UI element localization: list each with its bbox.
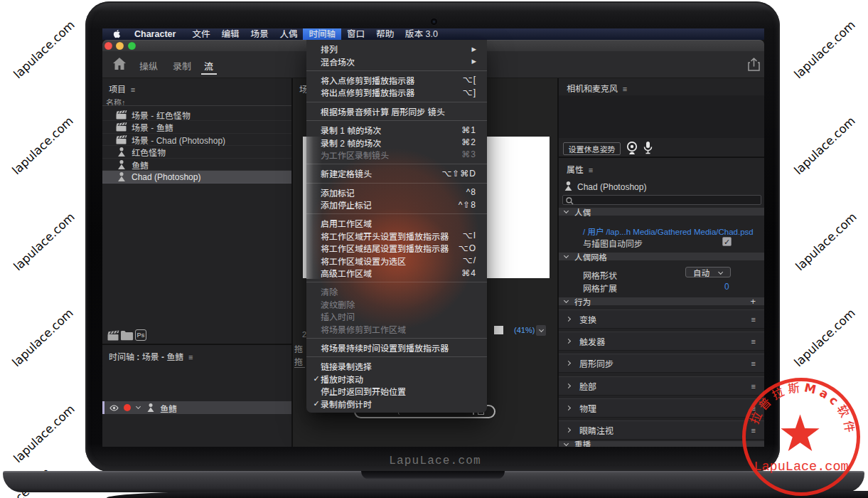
menu-item[interactable]: 新建定格镜头⌥⇧⌘D bbox=[306, 167, 487, 179]
panel-menu-icon[interactable]: ≡ bbox=[589, 166, 593, 174]
autosync-checkbox[interactable]: ✓ bbox=[722, 237, 732, 246]
zoom-dropdown-button[interactable] bbox=[536, 325, 546, 336]
menu-item[interactable]: 添加标记^8 bbox=[306, 186, 487, 198]
webcam-icon[interactable] bbox=[626, 142, 638, 155]
menu-item[interactable]: 根据场景音频计算 唇形同步 镜头 bbox=[306, 105, 487, 117]
menubar-item-version[interactable]: 版本 3.0 bbox=[400, 28, 444, 40]
panel-menu-icon[interactable]: ≡ bbox=[188, 353, 193, 361]
mesh-shape-dropdown[interactable]: 自动 bbox=[685, 267, 731, 277]
menu-item[interactable]: 将入点修剪到播放指示器⌥[ bbox=[306, 74, 487, 86]
menubar-item-help[interactable]: 帮助 bbox=[370, 28, 400, 40]
item-label: 将工作区域设置为选区 bbox=[321, 255, 406, 267]
menubar-item-window[interactable]: 窗口 bbox=[341, 28, 370, 40]
new-scene-icon[interactable] bbox=[107, 330, 119, 341]
item-label: 录制 2 帧的场次 bbox=[321, 137, 381, 149]
behavior-menu-icon[interactable]: ≡ bbox=[751, 359, 756, 368]
menubar-item-file[interactable]: 文件 bbox=[186, 28, 215, 40]
watermark-diagonal: lapulace.com bbox=[9, 121, 68, 177]
watermark-diagonal: lapulace.com bbox=[791, 313, 850, 369]
behavior-row-eyegaze[interactable]: 眼睛注视≡ bbox=[559, 420, 764, 440]
menubar-item-scene[interactable]: 场景 bbox=[245, 28, 274, 40]
eye-icon[interactable] bbox=[109, 405, 119, 411]
item-label: 链接录制选择 bbox=[321, 360, 372, 372]
menu-item[interactable]: 排列▶ bbox=[306, 43, 487, 55]
project-row-4[interactable]: 红色怪物 bbox=[102, 146, 291, 159]
section-replays[interactable]: 重播 bbox=[559, 441, 764, 447]
menu-item[interactable]: 将工作区域开头设置到播放指示器⌥I bbox=[306, 230, 487, 242]
search-icon bbox=[566, 197, 574, 205]
menu-item[interactable]: 将工作区域结尾设置到播放指示器⌥O bbox=[306, 242, 487, 254]
zoom-button[interactable] bbox=[128, 42, 136, 50]
project-row-3[interactable]: 场景 - Chad (Photoshop) bbox=[102, 133, 291, 146]
mesh-expansion-value[interactable]: 0 bbox=[724, 282, 729, 292]
mesh-expansion-label: 网格扩展 bbox=[583, 282, 617, 294]
project-row-2[interactable]: 场景 - 鱼鳍 bbox=[102, 121, 291, 134]
panel-menu-icon[interactable]: ≡ bbox=[131, 85, 135, 94]
divider[interactable] bbox=[291, 78, 293, 447]
project-row-6[interactable]: Chad (Photoshop) bbox=[102, 171, 291, 184]
laptop-base bbox=[3, 471, 864, 492]
menubar-item-timeline[interactable]: 时间轴 bbox=[303, 28, 341, 40]
minimize-button[interactable] bbox=[116, 42, 124, 50]
menu-separator bbox=[306, 356, 487, 357]
home-icon[interactable] bbox=[113, 58, 126, 70]
close-button[interactable] bbox=[105, 42, 112, 50]
menu-item[interactable]: 将工作区域设置为选区⌥/ bbox=[306, 254, 487, 266]
microphone-icon[interactable] bbox=[643, 141, 653, 154]
item-label: 停止时返回到开始位置 bbox=[321, 385, 406, 397]
menu-item[interactable]: 将场景持续时间设置到播放指示器 bbox=[306, 341, 487, 354]
menu-item[interactable]: 停止时返回到开始位置 bbox=[306, 385, 487, 397]
menubar-item-edit[interactable]: 编辑 bbox=[215, 28, 245, 40]
menu-item[interactable]: 录制 1 帧的场次⌘1 bbox=[306, 124, 487, 136]
menu-item[interactable]: 混合场次▶ bbox=[306, 55, 487, 67]
menu-item[interactable]: 高级工作区域⌘4 bbox=[306, 267, 487, 279]
menu-item-checked[interactable]: ✓播放时滚动 bbox=[306, 373, 487, 385]
item-label: 录制前倒计时 bbox=[321, 398, 372, 410]
behavior-row-face[interactable]: 脸部≡ bbox=[559, 376, 764, 396]
zoom-level[interactable]: (41%) bbox=[514, 326, 535, 334]
4-text: 物理 bbox=[579, 402, 596, 414]
project-row-1[interactable]: 场景 - 红色怪物 bbox=[102, 108, 291, 121]
menu-item[interactable]: 录制 2 帧的场次⌘2 bbox=[306, 136, 487, 148]
record-arm-dot[interactable] bbox=[124, 404, 131, 411]
menu-item-checked[interactable]: ✓录制前倒计时 bbox=[306, 397, 487, 409]
scene-icon bbox=[116, 110, 127, 120]
menubar-app-name[interactable]: Character bbox=[128, 29, 182, 39]
behavior-row-triggers[interactable]: 触发器≡ bbox=[559, 332, 764, 351]
menu-item[interactable]: 链接录制选择 bbox=[306, 360, 487, 372]
chevron-down-icon[interactable] bbox=[136, 404, 141, 409]
behavior-menu-icon[interactable]: ≡ bbox=[751, 337, 756, 346]
watermark-diagonal: lapulace.com bbox=[11, 409, 70, 465]
menu-item[interactable]: 启用工作区域 bbox=[306, 217, 487, 229]
project-row-5[interactable]: 鱼鳍 bbox=[102, 158, 291, 171]
tab-record[interactable]: 录制 bbox=[173, 59, 191, 73]
section-puppet[interactable]: 人偶 bbox=[559, 208, 764, 216]
set-rest-pose-button[interactable]: 设置休息姿势 bbox=[563, 142, 621, 155]
tab-rig[interactable]: 操纵 bbox=[139, 59, 158, 73]
source-file-link[interactable]: / 用户 /lap...h Media/Gathered Media/Chad.… bbox=[583, 226, 754, 237]
background-swatch[interactable] bbox=[494, 326, 503, 334]
add-behavior-button[interactable]: + bbox=[750, 296, 756, 307]
menu-item[interactable]: 添加停止标记^⇧8 bbox=[306, 198, 487, 211]
checkmark-icon: ✓ bbox=[311, 374, 321, 383]
share-icon[interactable] bbox=[748, 58, 760, 71]
behavior-row-lipsync[interactable]: 唇形同步≡ bbox=[559, 354, 764, 373]
behavior-row-physics[interactable]: 物理≡ bbox=[559, 398, 764, 418]
photoshop-icon[interactable]: Ps bbox=[135, 329, 146, 341]
panel-menu-icon[interactable]: ≡ bbox=[623, 85, 627, 93]
section-mesh[interactable]: 人偶网格 bbox=[559, 253, 764, 260]
timeline-dropdown-menu: 排列▶ 混合场次▶ 将入点修剪到播放指示器⌥[ 将出点修剪到播放指示器⌥] 根据… bbox=[306, 40, 487, 413]
apple-logo-icon[interactable] bbox=[113, 30, 122, 39]
menu-item[interactable]: 将出点修剪到播放指示器⌥] bbox=[306, 86, 487, 98]
mesh-shape-label: 网格形状 bbox=[583, 269, 617, 281]
search-input[interactable] bbox=[562, 195, 761, 205]
tab-stream[interactable]: 流 bbox=[204, 59, 213, 73]
item-label: 添加标记 bbox=[321, 186, 355, 198]
behavior-row-transform[interactable]: 变换≡ bbox=[559, 309, 764, 329]
divider[interactable] bbox=[557, 78, 559, 447]
new-folder-icon[interactable] bbox=[121, 331, 134, 341]
section-behaviors[interactable]: 行为+ bbox=[559, 297, 764, 305]
behavior-menu-icon[interactable]: ≡ bbox=[751, 315, 756, 324]
timeline-track-row[interactable]: 鱼鳍 bbox=[102, 401, 291, 414]
menubar-item-puppet[interactable]: 人偶 bbox=[274, 28, 303, 40]
